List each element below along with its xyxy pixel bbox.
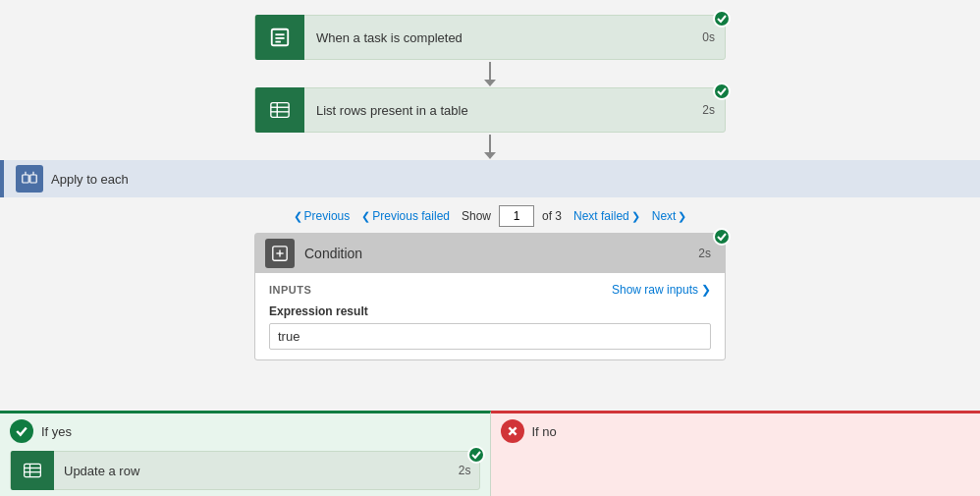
bottom-row: If yes Update a row 2s xyxy=(0,411,980,496)
condition-title: Condition xyxy=(304,246,688,261)
step2-card[interactable]: List rows present in a table 2s xyxy=(254,87,726,133)
step1-icon xyxy=(255,15,304,60)
next-chevron: ❯ xyxy=(678,210,686,223)
show-raw-inputs-button[interactable]: Show raw inputs ❯ xyxy=(612,283,711,297)
update-duration: 2s xyxy=(451,464,479,477)
apply-each-icon xyxy=(16,165,43,193)
apply-each-label: Apply to each xyxy=(51,172,129,187)
if-no-label: If no xyxy=(532,424,557,439)
expression-result-value: true xyxy=(269,323,711,350)
apply-each-bar[interactable]: Apply to each xyxy=(0,160,980,197)
step1-check-badge xyxy=(713,10,731,28)
if-yes-label: If yes xyxy=(41,424,72,439)
next-label: Next xyxy=(652,209,677,223)
no-icon xyxy=(501,419,524,443)
step1-duration: 0s xyxy=(692,30,725,44)
main-canvas: When a task is completed 0s List rows pr… xyxy=(0,0,980,496)
step2-label: List rows present in a table xyxy=(304,103,692,118)
step2-duration: 2s xyxy=(692,103,725,117)
prev-failed-chevron: ❮ xyxy=(361,210,370,223)
condition-body: INPUTS Show raw inputs ❯ Expression resu… xyxy=(255,273,725,359)
step2-check-badge xyxy=(713,83,731,100)
next-button[interactable]: Next ❯ xyxy=(648,207,691,225)
if-yes-panel[interactable]: If yes Update a row 2s xyxy=(0,411,491,496)
show-raw-chevron: ❯ xyxy=(701,283,711,297)
update-label: Update a row xyxy=(54,464,451,478)
update-icon xyxy=(11,451,54,490)
if-yes-header: If yes xyxy=(10,419,480,443)
pagination-area: ❮ Previous ❮ Previous failed Show of 3 N… xyxy=(0,197,980,233)
next-failed-chevron: ❯ xyxy=(631,210,640,223)
condition-header: Condition 2s xyxy=(255,234,725,273)
connector2 xyxy=(484,133,496,160)
flow-area: When a task is completed 0s List rows pr… xyxy=(0,0,980,160)
step1-card[interactable]: When a task is completed 0s xyxy=(254,15,726,60)
step2-icon xyxy=(255,87,304,133)
condition-check-badge xyxy=(713,228,731,246)
yes-icon xyxy=(10,419,33,443)
if-no-panel[interactable]: If no xyxy=(491,411,981,496)
previous-button[interactable]: ❮ Previous xyxy=(290,207,354,225)
next-failed-label: Next failed xyxy=(573,209,629,223)
update-check-badge xyxy=(467,446,485,464)
connector1 xyxy=(484,60,496,87)
of-label: of 3 xyxy=(542,209,562,223)
expression-result-label: Expression result xyxy=(269,304,711,318)
show-raw-label: Show raw inputs xyxy=(612,283,698,297)
update-row-card[interactable]: Update a row 2s xyxy=(10,451,480,490)
page-input[interactable] xyxy=(499,205,534,227)
condition-duration: 2s xyxy=(698,247,711,260)
previous-chevron: ❮ xyxy=(294,210,302,223)
condition-card[interactable]: Condition 2s INPUTS Show raw inputs ❯ Ex… xyxy=(254,233,726,360)
condition-container: Condition 2s INPUTS Show raw inputs ❯ Ex… xyxy=(0,233,980,368)
condition-icon xyxy=(265,239,295,268)
step1-label: When a task is completed xyxy=(304,30,692,45)
if-no-header: If no xyxy=(501,419,971,443)
inputs-row: INPUTS Show raw inputs ❯ xyxy=(269,283,711,297)
show-label: Show xyxy=(462,209,491,223)
svg-rect-9 xyxy=(30,175,36,183)
svg-rect-4 xyxy=(271,103,289,118)
next-failed-button[interactable]: Next failed ❯ xyxy=(570,207,644,225)
previous-failed-label: Previous failed xyxy=(372,209,450,223)
svg-rect-8 xyxy=(23,175,28,183)
inputs-label: INPUTS xyxy=(269,284,311,296)
previous-label: Previous xyxy=(304,209,351,223)
svg-rect-15 xyxy=(25,464,41,476)
previous-failed-button[interactable]: ❮ Previous failed xyxy=(357,207,454,225)
